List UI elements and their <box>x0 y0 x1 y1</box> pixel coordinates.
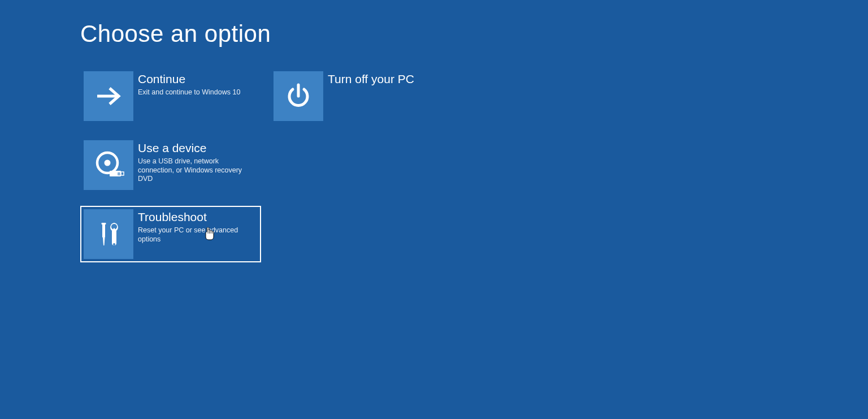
tile-continue[interactable]: Continue Exit and continue to Windows 10 <box>80 68 261 124</box>
svg-rect-7 <box>102 224 105 237</box>
tools-icon <box>84 209 133 259</box>
tile-troubleshoot-desc: Reset your PC or see advanced options <box>138 226 254 244</box>
tile-troubleshoot-title: Troubleshoot <box>138 210 254 224</box>
svg-rect-9 <box>102 223 106 224</box>
disc-usb-icon: B <box>84 140 133 190</box>
svg-point-3 <box>105 160 111 166</box>
power-icon <box>274 71 323 121</box>
svg-marker-8 <box>103 237 105 245</box>
arrow-right-icon <box>84 71 133 121</box>
page-title: Choose an option <box>80 20 868 47</box>
tile-troubleshoot-text: Troubleshoot Reset your PC or see advanc… <box>138 209 258 244</box>
tile-use-device-desc: Use a USB drive, network connection, or … <box>138 157 254 184</box>
tile-turn-off-text: Turn off your PC <box>328 71 418 88</box>
svg-rect-5 <box>121 172 124 175</box>
tile-turn-off-title: Turn off your PC <box>328 72 414 86</box>
tile-continue-title: Continue <box>138 72 240 86</box>
tile-use-device-title: Use a device <box>138 141 254 155</box>
svg-point-10 <box>113 243 115 245</box>
tile-use-device[interactable]: B Use a device Use a USB drive, network … <box>80 137 261 193</box>
tile-use-device-text: Use a device Use a USB drive, network co… <box>138 140 258 184</box>
options-grid: Continue Exit and continue to Windows 10… <box>80 68 868 262</box>
tile-continue-desc: Exit and continue to Windows 10 <box>138 88 240 97</box>
tile-turn-off[interactable]: Turn off your PC <box>270 68 451 124</box>
tile-continue-text: Continue Exit and continue to Windows 10 <box>138 71 244 97</box>
tile-troubleshoot[interactable]: Troubleshoot Reset your PC or see advanc… <box>80 206 261 262</box>
svg-text:B: B <box>118 172 120 176</box>
